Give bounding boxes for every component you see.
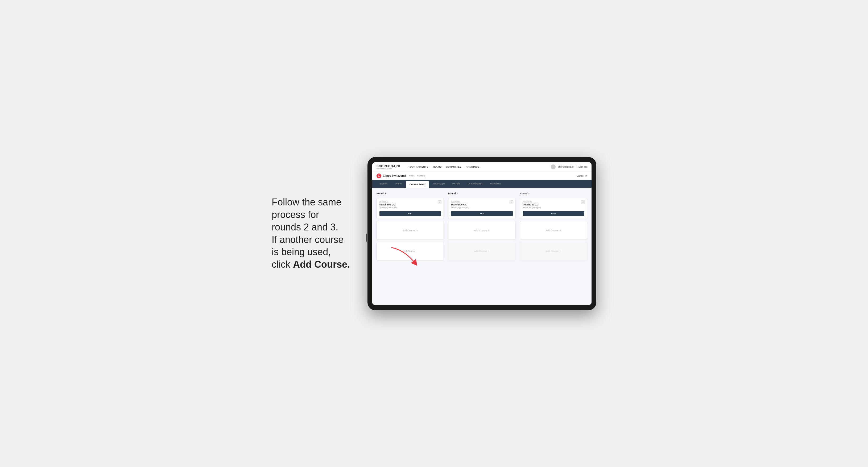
round-1-add-course-2[interactable]: Add Course + — [376, 242, 444, 260]
instruction-text: Follow the same process for rounds 2 and… — [272, 196, 357, 271]
round-2-course-card: ○ (Course A) Peachtree GC Yellow (M) (66… — [448, 198, 516, 219]
nav-teams[interactable]: TEAMS — [433, 165, 442, 169]
round-1-course-details: Yellow (M) (6629 yds) — [379, 207, 441, 208]
user-avatar — [551, 164, 556, 169]
user-email: blair@clippd.io — [558, 165, 574, 168]
nav-committee[interactable]: COMMITTEE — [446, 165, 462, 169]
nav-links: TOURNAMENTS TEAMS COMMITTEE RANKINGS — [408, 165, 546, 169]
round-2-column: Round 2 ○ (Course A) Peachtree GC Yellow… — [448, 192, 516, 260]
round-3-add-course-2: Add Course + — [520, 242, 587, 260]
tournament-gender: (Men) — [409, 175, 414, 177]
instruction-bold: Add Course. — [293, 259, 350, 270]
tournament-title: Clippd Invitational — [383, 174, 406, 177]
instruction-line1: Follow the same — [272, 197, 341, 208]
sign-out-link[interactable]: Sign out — [579, 165, 587, 168]
logo-area: SCOREBOARD Powered by clippd — [376, 164, 400, 169]
tabs-bar: Details Teams Course Setup Tee Groups Re… — [372, 180, 592, 188]
round-3-add-course-text-2: Add Course + — [546, 249, 561, 253]
instruction-line3: rounds 2 and 3. — [272, 222, 338, 232]
round-1-add-course-text-2: Add Course + — [402, 249, 418, 253]
round-2-add-course-text-1: Add Course + — [474, 228, 490, 232]
rounds-grid: Round 1 ○ (Course A) Peachtree GC Yellow… — [376, 192, 587, 260]
round-3-column: Round 3 ○ (Course A) Peachtree GC Yellow… — [520, 192, 587, 260]
tablet-screen: SCOREBOARD Powered by clippd TOURNAMENTS… — [372, 162, 592, 305]
tab-course-setup[interactable]: Course Setup — [406, 181, 429, 188]
round-3-course-details: Yellow (M) (6629 yds) — [523, 207, 584, 208]
instruction-line2: process for — [272, 209, 319, 220]
round-3-delete-btn[interactable]: ○ — [581, 200, 585, 204]
instruction-line6: click — [272, 259, 293, 270]
round-3-course-card: ○ (Course A) Peachtree GC Yellow (M) (66… — [520, 198, 587, 219]
tab-leaderboards[interactable]: Leaderboards — [464, 180, 487, 188]
round-2-course-details: Yellow (M) (6629 yds) — [451, 207, 513, 208]
hosting-badge: Hosting — [417, 175, 425, 177]
round-1-course-label: (Course A) — [379, 201, 441, 203]
round-2-delete-btn[interactable]: ○ — [509, 200, 513, 204]
logo-text: SCOREBOARD — [376, 164, 400, 168]
round-2-course-label: (Course A) — [451, 201, 513, 203]
round-3-add-course-1[interactable]: Add Course + — [520, 221, 587, 240]
round-1-course-name: Peachtree GC — [379, 203, 441, 206]
round-1-column: Round 1 ○ (Course A) Peachtree GC Yellow… — [376, 192, 444, 260]
round-2-add-course-1[interactable]: Add Course + — [448, 221, 516, 240]
nav-tournaments[interactable]: TOURNAMENTS — [408, 165, 428, 169]
tournament-logo: C — [376, 174, 381, 178]
tab-tee-groups[interactable]: Tee Groups — [429, 180, 449, 188]
cancel-button[interactable]: Cancel ✕ — [577, 175, 587, 177]
round-3-edit-button[interactable]: Edit — [523, 211, 584, 216]
round-3-label: Round 3 — [520, 192, 587, 195]
sub-header: C Clippd Invitational (Men) Hosting Canc… — [372, 172, 592, 180]
cancel-icon: ✕ — [585, 175, 587, 177]
round-3-add-course-text-1: Add Course + — [546, 228, 561, 232]
round-1-add-course-1[interactable]: Add Course + — [376, 221, 444, 240]
round-3-course-name: Peachtree GC — [523, 203, 584, 206]
tab-details[interactable]: Details — [376, 180, 392, 188]
nav-rankings[interactable]: RANKINGS — [466, 165, 479, 169]
nav-right: blair@clippd.io | Sign out — [551, 164, 587, 169]
tab-printables[interactable]: Printables — [487, 180, 504, 188]
nav-separator: | — [576, 165, 576, 168]
cancel-label: Cancel — [577, 175, 584, 177]
round-2-course-name: Peachtree GC — [451, 203, 513, 206]
round-2-add-course-text-2: Add Course + — [474, 249, 490, 253]
round-2-edit-button[interactable]: Edit — [451, 211, 513, 216]
round-1-add-course-text-1: Add Course + — [402, 228, 418, 232]
round-1-course-card: ○ (Course A) Peachtree GC Yellow (M) (66… — [376, 198, 444, 219]
tab-teams[interactable]: Teams — [392, 180, 406, 188]
round-1-edit-button[interactable]: Edit — [379, 211, 441, 216]
round-1-delete-btn[interactable]: ○ — [438, 200, 441, 204]
instruction-line4: If another course — [272, 234, 344, 245]
logo-sub: Powered by clippd — [376, 168, 400, 169]
round-3-course-label: (Course A) — [523, 201, 584, 203]
tournament-name-area: C Clippd Invitational (Men) Hosting — [376, 174, 425, 178]
round-2-label: Round 2 — [448, 192, 516, 195]
tab-results[interactable]: Results — [448, 180, 464, 188]
instruction-line5: is being used, — [272, 246, 331, 257]
tablet-side-button — [366, 234, 367, 242]
main-content: Round 1 ○ (Course A) Peachtree GC Yellow… — [372, 188, 592, 305]
round-2-add-course-2: Add Course + — [448, 242, 516, 260]
top-nav: SCOREBOARD Powered by clippd TOURNAMENTS… — [372, 162, 592, 172]
tablet-device: SCOREBOARD Powered by clippd TOURNAMENTS… — [368, 157, 596, 310]
round-1-label: Round 1 — [376, 192, 444, 195]
